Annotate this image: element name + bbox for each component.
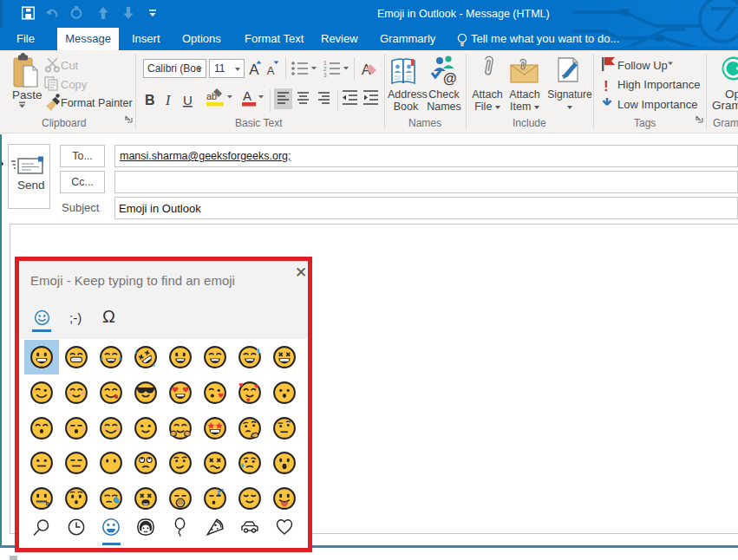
svg-text:1: 1 xyxy=(323,60,327,66)
svg-text:B: B xyxy=(145,93,155,107)
svg-text:!: ! xyxy=(604,78,609,94)
svg-text:@: @ xyxy=(443,71,457,86)
svg-text:3: 3 xyxy=(323,72,327,78)
svg-text:A: A xyxy=(267,64,275,77)
svg-text:I: I xyxy=(165,93,171,107)
svg-text:2: 2 xyxy=(323,66,327,72)
svg-text:A: A xyxy=(243,88,251,103)
svg-text:A: A xyxy=(249,62,259,78)
svg-text:U: U xyxy=(183,93,193,107)
